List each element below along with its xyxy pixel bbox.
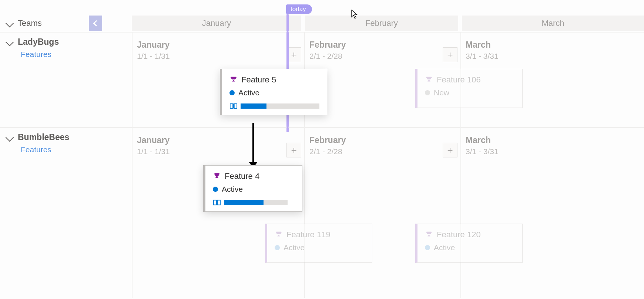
lane-month-range: 3/1 - 3/31 [466,147,499,156]
add-item-button[interactable]: + [286,143,301,157]
card-status-text: Active [222,185,243,194]
trophy-icon [425,76,433,84]
card-status-text: New [434,88,449,97]
chevron-left-icon [93,20,100,27]
lane-month-range: 1/1 - 1/31 [137,147,170,156]
lane-month-label: February [309,40,346,50]
chevron-down-icon[interactable] [6,133,14,142]
lane-month-label: March [466,40,491,50]
today-line [286,127,289,132]
lane-month-label: January [137,40,170,50]
book-icon [229,102,238,110]
trophy-icon [229,76,238,84]
status-dot-icon [275,245,280,250]
month-header-january[interactable]: January [132,16,301,31]
month-header-february[interactable]: February [305,16,458,31]
group-label: BumbleBees [18,132,69,142]
today-line [286,14,289,32]
lane-month-range: 3/1 - 3/31 [466,52,499,61]
card-feature-106[interactable]: Feature 106 New [415,69,523,108]
chevron-down-icon[interactable] [6,19,14,28]
add-item-button[interactable]: + [286,47,301,62]
add-item-button[interactable]: + [443,143,457,157]
status-dot-icon [425,245,430,250]
scroll-left-button[interactable] [89,16,102,31]
card-title-text: Feature 120 [437,230,481,239]
card-feature-119[interactable]: Feature 119 Active [265,224,372,263]
group-category[interactable]: Features [0,144,89,158]
status-dot-icon [425,90,430,95]
chevron-down-icon[interactable] [6,38,14,46]
book-icon [213,199,221,206]
card-title-text: Feature 119 [286,230,331,239]
sidebar-group-bumblebees[interactable]: BumbleBees Features [0,127,89,268]
card-status-text: Active [434,243,455,252]
trophy-icon [425,231,433,239]
card-title-text: Feature 5 [241,75,276,85]
card-feature-5[interactable]: Feature 5 Active [220,69,327,115]
month-header-march[interactable]: March [462,16,644,31]
card-title-text: Feature 106 [437,75,481,85]
group-category[interactable]: Features [0,48,89,62]
sidebar-group-ladybugs[interactable]: LadyBugs Features [0,32,89,127]
card-title-text: Feature 4 [225,171,259,181]
add-item-button[interactable]: + [443,47,457,62]
trophy-icon [275,231,283,239]
lane-month-label: January [137,135,170,145]
card-feature-4[interactable]: Feature 4 Active [203,165,302,212]
card-status-text: Active [284,243,305,252]
today-badge: today [286,4,312,14]
trophy-icon [213,172,221,180]
lane-month-label: February [309,135,346,145]
progress-fill [241,103,266,109]
lane-month-range: 1/1 - 1/31 [137,52,170,61]
progress-bar [224,200,288,205]
card-status-text: Active [238,88,259,97]
lane-month-range: 2/1 - 2/28 [309,147,342,156]
group-root-label: Teams [18,18,42,28]
group-label: LadyBugs [18,37,59,47]
dependency-link [252,123,254,164]
progress-bar [241,103,319,109]
status-dot-icon [229,90,235,95]
lane-month-label: March [466,135,491,145]
mouse-cursor-icon [351,10,358,19]
status-dot-icon [213,187,218,192]
progress-fill [224,200,264,205]
card-feature-120[interactable]: Feature 120 Active [415,224,523,263]
lane-month-range: 2/1 - 2/28 [309,52,342,61]
